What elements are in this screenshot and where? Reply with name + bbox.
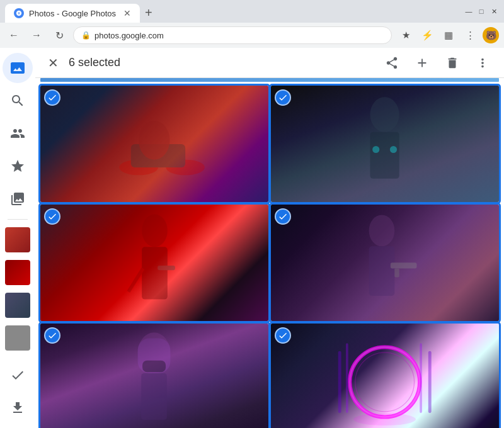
refresh-button[interactable]: ↻ bbox=[50, 26, 68, 44]
tab-favicon bbox=[14, 8, 24, 18]
svg-rect-27 bbox=[420, 343, 422, 413]
check-mark-6 bbox=[275, 327, 291, 344]
photo-6-overlay bbox=[271, 324, 499, 428]
url-bar[interactable]: 🔒 photos.google.com bbox=[73, 26, 392, 44]
photo-3-overlay bbox=[40, 205, 268, 321]
sidebar bbox=[0, 48, 35, 428]
photo-1-overlay bbox=[40, 86, 268, 202]
photo-cell-4[interactable] bbox=[271, 205, 499, 321]
check-mark-4 bbox=[275, 208, 291, 225]
bookmark-button[interactable]: ★ bbox=[397, 26, 415, 44]
svg-point-21 bbox=[350, 347, 420, 417]
svg-point-3 bbox=[139, 121, 169, 160]
url-text: photos.google.com bbox=[94, 31, 164, 40]
close-selection-button[interactable]: ✕ bbox=[45, 53, 61, 73]
menu-button[interactable]: ⋮ bbox=[461, 26, 479, 44]
cast-button[interactable]: ▦ bbox=[440, 26, 457, 44]
photo-5 bbox=[40, 324, 268, 428]
minimize-button[interactable]: — bbox=[464, 6, 474, 16]
svg-point-22 bbox=[355, 352, 415, 412]
sidebar-divider bbox=[8, 219, 28, 220]
svg-rect-19 bbox=[142, 373, 168, 420]
svg-point-23 bbox=[354, 413, 416, 425]
sidebar-item-photos[interactable] bbox=[3, 53, 33, 83]
selection-toolbar: ✕ 6 selected bbox=[35, 48, 504, 78]
photos-grid bbox=[40, 86, 499, 428]
svg-rect-25 bbox=[428, 351, 432, 413]
delete-button[interactable] bbox=[441, 52, 464, 74]
check-mark-2 bbox=[275, 89, 291, 106]
close-button[interactable]: ✕ bbox=[489, 6, 499, 16]
share-button[interactable] bbox=[381, 52, 403, 74]
photo-cell-2[interactable] bbox=[271, 86, 499, 202]
add-to-album-button[interactable] bbox=[411, 52, 433, 74]
sidebar-item-check[interactable] bbox=[3, 360, 33, 390]
sidebar-item-search[interactable] bbox=[3, 86, 33, 116]
tabs-container: Photos - Google Photos ✕ + bbox=[5, 0, 459, 23]
photo-cell-6[interactable] bbox=[271, 324, 499, 428]
svg-rect-26 bbox=[346, 343, 348, 413]
sidebar-thumb-3[interactable] bbox=[3, 290, 33, 320]
svg-point-8 bbox=[142, 215, 168, 247]
photo-4 bbox=[271, 205, 499, 321]
photo-cell-3[interactable] bbox=[40, 205, 268, 321]
svg-rect-13 bbox=[369, 247, 395, 296]
svg-rect-14 bbox=[391, 263, 417, 269]
check-mark-3 bbox=[44, 208, 60, 225]
main-area: ✕ 6 selected bbox=[35, 48, 504, 428]
profile-button[interactable]: 🐻 bbox=[483, 27, 499, 43]
tab-close-button[interactable]: ✕ bbox=[123, 8, 131, 18]
photo-2 bbox=[271, 86, 499, 202]
photos-grid-container bbox=[35, 78, 504, 428]
svg-point-7 bbox=[390, 146, 397, 153]
extensions-button[interactable]: ⚡ bbox=[418, 26, 436, 44]
svg-line-10 bbox=[128, 269, 142, 292]
active-tab[interactable]: Photos - Google Photos ✕ bbox=[5, 4, 140, 23]
back-button[interactable]: ← bbox=[5, 26, 23, 44]
forward-button[interactable]: → bbox=[28, 26, 45, 44]
svg-rect-5 bbox=[370, 132, 399, 179]
tab-title: Photos - Google Photos bbox=[29, 9, 116, 18]
title-bar: Photos - Google Photos ✕ + — □ ✕ bbox=[0, 0, 504, 23]
sidebar-thumb-4[interactable] bbox=[3, 323, 33, 353]
photo-6 bbox=[271, 324, 499, 428]
svg-point-12 bbox=[369, 215, 395, 247]
svg-rect-9 bbox=[142, 247, 168, 300]
browser-frame: Photos - Google Photos ✕ + — □ ✕ ← → ↻ 🔒… bbox=[0, 0, 504, 428]
sidebar-item-download[interactable] bbox=[3, 393, 33, 423]
address-bar: ← → ↻ 🔒 photos.google.com ★ ⚡ ▦ ⋮ 🐻 bbox=[0, 23, 504, 48]
maximize-button[interactable]: □ bbox=[476, 6, 486, 16]
top-strip bbox=[40, 78, 499, 82]
lock-icon: 🔒 bbox=[81, 31, 91, 40]
photo-cell-1[interactable] bbox=[40, 86, 268, 202]
app-content: ✕ 6 selected bbox=[0, 48, 504, 428]
window-controls: — □ ✕ bbox=[464, 6, 499, 16]
new-tab-button[interactable]: + bbox=[140, 3, 158, 23]
sidebar-item-starred[interactable] bbox=[3, 151, 33, 181]
selected-count: 6 selected bbox=[69, 56, 373, 69]
svg-rect-18 bbox=[143, 360, 166, 372]
browser-toolbar-icons: ★ ⚡ ▦ ⋮ 🐻 bbox=[397, 26, 499, 44]
svg-point-6 bbox=[373, 146, 380, 153]
photo-5-overlay bbox=[40, 324, 268, 428]
sidebar-item-people[interactable] bbox=[3, 118, 33, 149]
svg-rect-11 bbox=[158, 266, 175, 270]
photo-2-overlay bbox=[271, 86, 499, 202]
check-mark-5 bbox=[44, 327, 60, 344]
photo-4-overlay bbox=[271, 205, 499, 321]
sidebar-thumb-1[interactable] bbox=[3, 225, 33, 255]
photo-1 bbox=[40, 86, 268, 202]
svg-point-4 bbox=[370, 98, 399, 133]
check-mark-1 bbox=[44, 89, 60, 106]
photo-cell-5[interactable] bbox=[40, 324, 268, 428]
more-options-button[interactable] bbox=[471, 52, 494, 74]
svg-rect-15 bbox=[395, 269, 399, 278]
sidebar-item-albums[interactable] bbox=[3, 184, 33, 214]
svg-rect-24 bbox=[338, 351, 341, 413]
sidebar-thumb-2[interactable] bbox=[3, 257, 33, 288]
photo-3 bbox=[40, 205, 268, 321]
